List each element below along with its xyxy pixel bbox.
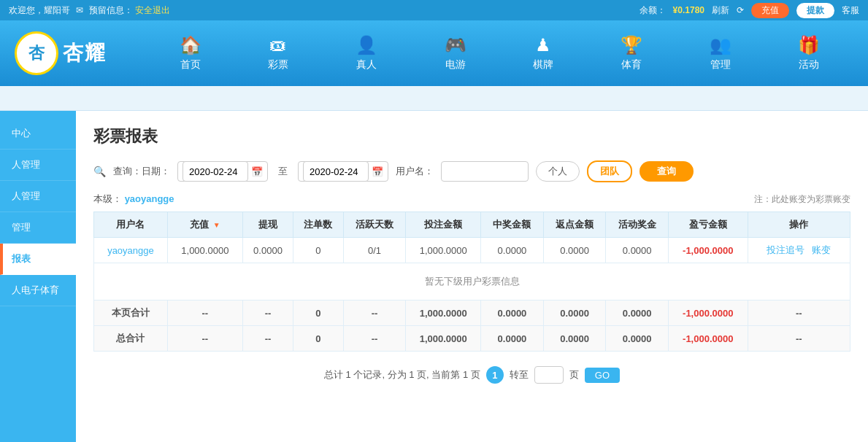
date-from-input[interactable]: 📅	[177, 161, 268, 182]
recharge-button[interactable]: 充值	[751, 3, 789, 18]
page-title: 彩票报表	[93, 125, 850, 147]
individual-button[interactable]: 个人	[536, 161, 580, 182]
team-button[interactable]: 团队	[587, 160, 632, 182]
nav-item-lottery[interactable]: 🎟 彩票	[253, 31, 303, 76]
level-info: 本级： yaoyangge 注：此处账变为彩票账变	[93, 193, 850, 206]
th-bet-count: 注单数	[293, 212, 343, 238]
go-button[interactable]: GO	[585, 368, 620, 383]
date-to-input[interactable]: 📅	[298, 161, 388, 182]
top-bar-right: 余额： ¥0.1780 刷新 ⟳ 充值 提款 客服	[640, 3, 859, 18]
page-unit: 页	[569, 368, 579, 381]
nav-label-home: 首页	[180, 58, 201, 71]
nav-label-chess: 棋牌	[533, 58, 553, 71]
goto-page-input[interactable]	[534, 366, 564, 384]
sub-nav	[0, 86, 868, 111]
nav-item-manage[interactable]: 👥 管理	[695, 31, 746, 76]
cell-username: yaoyangge	[94, 238, 168, 263]
cell-recharge: 1,000.0000	[167, 238, 242, 263]
username-link[interactable]: yaoyangge	[107, 245, 154, 256]
top-bar: 欢迎您，耀阳哥 ✉ 预留信息： 安全退出 余额： ¥0.1780 刷新 ⟳ 充值…	[0, 0, 868, 20]
top-bar-left: 欢迎您，耀阳哥 ✉ 预留信息： 安全退出	[9, 4, 170, 17]
sidebar-item-report[interactable]: 报表	[0, 244, 76, 275]
lottery-icon: 🎟	[269, 35, 287, 55]
total-label: 总合计	[94, 326, 168, 352]
total-bet-amount: 1,000.0000	[406, 326, 481, 352]
nav-item-activity[interactable]: 🎁 活动	[783, 31, 834, 76]
manage-icon: 👥	[710, 35, 731, 55]
cell-bet-amount: 1,000.0000	[406, 238, 481, 263]
goto-label: 转至	[510, 368, 529, 381]
subtotal-rebate: 0.0000	[543, 301, 606, 326]
date-from-field[interactable]	[183, 161, 248, 182]
total-action: --	[748, 326, 850, 352]
subtotal-label: 本页合计	[94, 301, 168, 326]
account-change-link[interactable]: 账变	[812, 244, 831, 255]
subtotal-bonus: 0.0000	[606, 301, 669, 326]
logo-area: 杏 杏耀	[15, 31, 146, 75]
activity-icon: 🎁	[798, 35, 820, 55]
level-prefix: 本级：	[93, 193, 122, 204]
egame-icon: 🎮	[445, 35, 466, 55]
date-to-field[interactable]	[303, 161, 369, 182]
live-icon: 👤	[356, 35, 377, 55]
username-input[interactable]	[441, 161, 529, 182]
sidebar-item-esports[interactable]: 人电子体育	[0, 275, 76, 306]
total-active-days: --	[343, 326, 406, 352]
sidebar-item-center[interactable]: 中心	[0, 118, 76, 150]
balance-value: ¥0.1780	[673, 5, 704, 15]
sidebar-item-manage[interactable]: 管理	[0, 212, 76, 244]
nav-item-egame[interactable]: 🎮 电游	[430, 31, 481, 76]
sidebar-item-person-manage[interactable]: 人管理	[0, 150, 76, 181]
current-page-num: 1	[486, 366, 504, 384]
th-bonus: 活动奖金	[606, 212, 669, 238]
query-button[interactable]: 查询	[640, 161, 694, 182]
sidebar-item-person-manage2[interactable]: 人管理	[0, 181, 76, 212]
subtotal-profit-loss: -1,000.0000	[668, 301, 748, 326]
service-label[interactable]: 客服	[842, 4, 859, 17]
nav-item-chess[interactable]: ♟ 棋牌	[518, 31, 568, 76]
calendar-icon-to[interactable]: 📅	[372, 166, 383, 177]
table-header-row: 用户名 充值 ▼ 提现 注单数 活跃天数 投注金额 中奖金额 返点金额 活动奖金…	[94, 212, 850, 238]
logo-icon: 杏	[15, 31, 58, 75]
nav-item-live[interactable]: 👤 真人	[341, 31, 392, 76]
table-row: yaoyangge 1,000.0000 0.0000 0 0/1 1,000.…	[94, 238, 850, 263]
total-win-amount: 0.0000	[481, 326, 544, 352]
th-username: 用户名	[94, 212, 168, 238]
th-profit-loss: 盈亏金额	[668, 212, 748, 238]
level-text: 本级： yaoyangge	[93, 193, 174, 206]
query-label: 查询：日期：	[113, 165, 170, 178]
nav-items: 🏠 首页 🎟 彩票 👤 真人 🎮 电游 ♟ 棋牌 🏆 体育 👥 管理 🎁	[146, 31, 853, 76]
cell-profit-loss: -1,000.0000	[668, 238, 748, 263]
calendar-icon-from[interactable]: 📅	[251, 166, 263, 177]
total-bonus: 0.0000	[606, 326, 669, 352]
cell-win-amount: 0.0000	[481, 238, 544, 263]
total-bet-count: 0	[293, 326, 343, 352]
username-label: 用户名：	[396, 165, 434, 178]
refresh-icon[interactable]: ⟳	[737, 5, 744, 15]
safe-exit-link[interactable]: 安全退出	[135, 5, 170, 15]
subtotal-bet-count: 0	[293, 301, 343, 326]
subtotal-action: --	[748, 301, 850, 326]
nav-item-sports[interactable]: 🏆 体育	[606, 31, 657, 76]
refresh-label[interactable]: 刷新	[712, 4, 729, 17]
bet-trace-link[interactable]: 投注追号	[767, 244, 804, 255]
content-area: 彩票报表 🔍 查询：日期： 📅 至 📅 用户名： 个人 团队 查询 本级：	[76, 111, 868, 442]
nav-label-live: 真人	[356, 58, 377, 71]
reserve-info: 预留信息： 安全退出	[89, 4, 170, 17]
withdraw-button[interactable]: 提款	[796, 3, 834, 18]
main-layout: 中心 人管理 人管理 管理 报表 人电子体育 彩票报表 🔍 查询：日期： 📅 至…	[0, 111, 868, 442]
total-rebate: 0.0000	[543, 326, 606, 352]
cell-bonus: 0.0000	[606, 238, 669, 263]
th-recharge[interactable]: 充值 ▼	[167, 212, 242, 238]
nav-item-home[interactable]: 🏠 首页	[165, 31, 216, 76]
th-bet-amount: 投注金额	[406, 212, 481, 238]
th-active-days: 活跃天数	[343, 212, 406, 238]
nav-label-lottery: 彩票	[268, 58, 288, 71]
balance-label: 余额：	[640, 4, 666, 17]
no-sub-data-text: 暂无下级用户彩票信息	[94, 263, 850, 301]
th-withdraw: 提现	[242, 212, 293, 238]
nav-header: 杏 杏耀 🏠 首页 🎟 彩票 👤 真人 🎮 电游 ♟ 棋牌 🏆 体育 👥	[0, 20, 868, 86]
th-win-amount: 中奖金额	[481, 212, 544, 238]
th-rebate: 返点金额	[543, 212, 606, 238]
mail-icon[interactable]: ✉	[76, 5, 83, 15]
